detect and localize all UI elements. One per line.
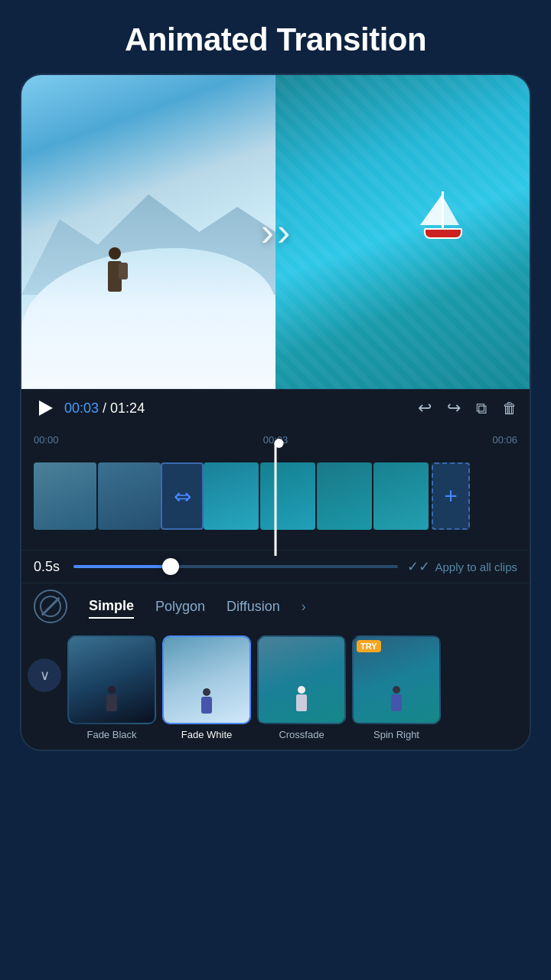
time-divider: / <box>103 400 106 416</box>
transition-swap-icon: ⇔ <box>174 484 191 509</box>
duration-slider-thumb[interactable] <box>162 558 179 575</box>
crossfade-thumb[interactable] <box>257 635 346 724</box>
timeline-area: 00:00 00:03 00:06 <box>21 426 530 550</box>
clip-thumb-ocean-3[interactable] <box>317 462 372 530</box>
spin-right-label: Spin Right <box>373 729 419 740</box>
crossfade-label: Crossfade <box>279 729 324 740</box>
person-body <box>108 261 122 292</box>
collapse-button[interactable]: ∨ <box>28 658 61 692</box>
tab-simple[interactable]: Simple <box>89 595 134 619</box>
duration-slider-fill <box>73 565 171 568</box>
apply-all-clips[interactable]: ✓✓ Apply to all clips <box>407 558 517 575</box>
ruler-mark-0: 00:00 <box>34 434 195 446</box>
no-transition-button[interactable] <box>34 590 67 623</box>
add-clip-button[interactable]: + <box>432 462 470 530</box>
transition-fade-white[interactable]: Fade White <box>162 635 251 740</box>
transitions-row: ∨ Fade Black <box>21 629 530 750</box>
controls-bar: 00:03 / 01:24 ↩ ↪ ⧉ 🗑 <box>21 389 530 426</box>
duration-value: 0.5s <box>34 559 64 575</box>
transition-icon[interactable]: ⇔ <box>161 462 204 530</box>
transition-crossfade[interactable]: Crossfade <box>257 635 346 740</box>
tab-polygon[interactable]: Polygon <box>155 596 205 618</box>
person-figure <box>103 247 127 301</box>
spin-right-figure <box>391 686 402 711</box>
clip-thumb-ocean-4[interactable] <box>373 462 429 530</box>
transition-arrows-overlay: › › <box>261 212 291 252</box>
chevron-right-icon-2: › <box>277 212 290 252</box>
fade-white-thumb[interactable] <box>162 635 251 724</box>
duration-slider[interactable] <box>73 565 398 568</box>
clip-thumb-ocean-2[interactable] <box>260 462 315 530</box>
crossfade-figure <box>296 686 307 711</box>
clip-thumb-ocean-1[interactable] <box>204 462 259 530</box>
control-icons: ↩ ↪ ⧉ 🗑 <box>418 398 517 418</box>
transition-fade-black[interactable]: Fade Black <box>67 635 156 740</box>
clip-group-right[interactable] <box>204 462 429 530</box>
play-button[interactable] <box>34 397 55 419</box>
total-time: 01:24 <box>110 400 145 416</box>
fade-black-thumb[interactable] <box>67 635 156 724</box>
page-title: Animated Transition <box>0 0 551 74</box>
person-head <box>109 247 121 260</box>
clip-thumb-2[interactable] <box>98 462 161 530</box>
duplicate-button[interactable]: ⧉ <box>476 400 487 417</box>
playhead <box>275 443 277 556</box>
clip-thumb-1[interactable] <box>34 462 96 530</box>
timeline-track-area: ⇔ <box>34 450 517 550</box>
clip-group-left[interactable] <box>34 462 161 530</box>
person-backpack <box>119 263 128 279</box>
boat-hull <box>424 228 462 239</box>
video-preview: › › <box>21 75 530 389</box>
boat-mast <box>442 191 444 230</box>
spin-right-thumb[interactable]: TRY <box>352 635 441 724</box>
fade-black-figure <box>106 686 117 711</box>
categories-more-button[interactable]: › <box>302 599 306 615</box>
transition-spin-right[interactable]: TRY Spin Right <box>352 635 441 740</box>
no-transition-slash <box>41 597 60 616</box>
try-badge-spin-right: TRY <box>357 640 381 652</box>
sailboat <box>412 185 474 247</box>
chevron-right-icon: › <box>261 212 274 252</box>
video-right-panel <box>276 75 530 389</box>
fade-white-label: Fade White <box>181 729 232 740</box>
phone-frame: › › 00:03 / 01:24 ↩ ↪ ⧉ 🗑 <box>20 74 531 751</box>
current-time: 00:03 <box>64 400 99 416</box>
fade-white-figure <box>201 688 212 714</box>
play-icon <box>39 400 53 416</box>
fade-black-label: Fade Black <box>86 729 136 740</box>
apply-all-label: Apply to all clips <box>435 560 517 573</box>
time-display: 00:03 / 01:24 <box>64 400 409 416</box>
check-icon: ✓✓ <box>407 558 430 575</box>
water-texture <box>276 75 530 389</box>
video-left-panel <box>21 75 276 389</box>
delete-button[interactable]: 🗑 <box>502 400 517 417</box>
redo-button[interactable]: ↪ <box>447 398 461 418</box>
boat-sail-left <box>420 193 443 225</box>
tab-diffusion[interactable]: Diffusion <box>227 596 280 618</box>
playhead-top <box>275 439 284 448</box>
no-transition-icon <box>40 596 61 617</box>
category-tabs: Simple Polygon Diffusion › <box>21 583 530 629</box>
undo-button[interactable]: ↩ <box>418 398 432 418</box>
boat-sail-right <box>444 198 459 225</box>
ruler-mark-2: 00:06 <box>356 434 517 446</box>
chevron-down-icon: ∨ <box>40 667 50 684</box>
